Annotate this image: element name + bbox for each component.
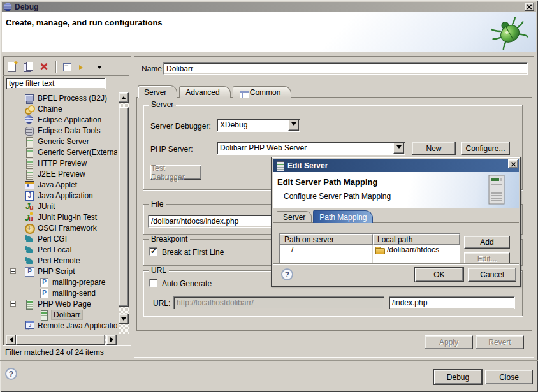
arrow-up-icon: [121, 94, 126, 99]
chevron-down-icon[interactable]: [393, 143, 404, 154]
apply-button[interactable]: Apply: [425, 335, 473, 349]
tree-item[interactable]: Eclipse Application: [5, 114, 117, 125]
dialog-help-icon[interactable]: ?: [281, 268, 293, 280]
duplicate-icon[interactable]: [22, 61, 34, 73]
collapse-expander-icon[interactable]: [10, 301, 16, 307]
column-local-path[interactable]: Local path: [373, 234, 460, 245]
add-mapping-button[interactable]: Add: [464, 236, 510, 249]
name-input[interactable]: [163, 62, 528, 75]
tree-item[interactable]: OSGi Framework: [5, 222, 117, 233]
scroll-left-button[interactable]: [6, 335, 16, 345]
tree-item-label: mailing-prepare: [51, 278, 106, 287]
tree-item-label: JUnit Plug-in Test: [36, 213, 98, 222]
revert-button[interactable]: Revert: [476, 335, 524, 349]
type-filter-input[interactable]: [6, 78, 106, 89]
tree-item[interactable]: Eclipse Data Tools: [5, 125, 117, 136]
config-tab[interactable]: Server: [138, 85, 177, 98]
tree-item[interactable]: Dolibarr: [5, 309, 117, 320]
tree-item[interactable]: Generic Server(External La: [5, 147, 117, 157]
server-debugger-select[interactable]: XDebug: [217, 119, 300, 132]
ok-button[interactable]: OK: [415, 268, 463, 282]
tree-item-label: Eclipse Data Tools: [36, 126, 102, 135]
tree-item[interactable]: mailing-send: [5, 287, 117, 298]
breakpoint-group-title: Breakpoint: [149, 235, 190, 243]
tree-item[interactable]: Perl Remote: [5, 255, 117, 266]
tree-item-label: Chaîne: [36, 105, 64, 113]
debug-window: Debug Create, manage, and run configurat…: [0, 0, 538, 392]
horizontal-scroll-thumb[interactable]: [16, 335, 105, 345]
dialog-tab[interactable]: Server: [277, 211, 312, 222]
tree-item-label: Generic Server: [36, 137, 91, 146]
tree-item[interactable]: Perl Local: [5, 244, 117, 255]
configure-server-button[interactable]: Configure...: [461, 142, 510, 155]
tree-horizontal-scrollbar[interactable]: [6, 335, 117, 345]
debug-button[interactable]: Debug: [434, 370, 482, 384]
tree-vertical-scrollbar[interactable]: [119, 92, 129, 334]
tree-item-label: Generic Server(External La: [36, 148, 117, 157]
restore-filter-icon[interactable]: [78, 61, 90, 73]
arrow-left-icon: [7, 337, 13, 342]
url-base-input[interactable]: [173, 296, 384, 309]
edit-mapping-button[interactable]: Edit...: [464, 252, 510, 263]
remote-java-icon: [24, 321, 34, 331]
tree-item-label: HTTP Preview: [36, 159, 88, 168]
tree-item-label: Perl Local: [36, 245, 73, 254]
tree-item[interactable]: JUnit: [5, 201, 117, 212]
test-debugger-button[interactable]: Test Debugger: [150, 165, 201, 180]
java-icon: [24, 191, 34, 201]
dialog-close-button[interactable]: [508, 159, 518, 168]
titlebar[interactable]: Debug: [2, 2, 536, 12]
tree-item[interactable]: J2EE Preview: [5, 168, 117, 179]
dialog-tab[interactable]: Path Mapping: [313, 210, 373, 223]
tree-item[interactable]: PHP Web Page: [5, 298, 117, 309]
menu-dropdown-icon[interactable]: [95, 61, 103, 73]
tree-item[interactable]: BPEL Process (B2J): [5, 92, 117, 103]
close-window-button[interactable]: [525, 3, 534, 11]
tree-item[interactable]: mailing-prepare: [5, 277, 117, 287]
dialog-titlebar[interactable]: Edit Server: [273, 159, 519, 172]
tree-item[interactable]: Java Applet: [5, 179, 117, 190]
perl-icon: [24, 234, 34, 244]
tree-item[interactable]: Perl CGI: [5, 233, 117, 244]
mapping-row[interactable]: / /dolibarr/htdocs: [280, 245, 460, 255]
bug-icon: [491, 17, 528, 52]
php-server-label: PHP Server:: [150, 145, 193, 154]
tree-item[interactable]: JUnit Plug-in Test: [5, 212, 117, 222]
php-server-select[interactable]: Dolibarr PHP Web Server: [217, 142, 405, 155]
chevron-down-icon[interactable]: [288, 120, 299, 131]
new-server-button[interactable]: New: [412, 142, 456, 155]
tree-item-label: Java Applet: [36, 180, 78, 189]
tree-item[interactable]: PHP Script: [5, 266, 117, 277]
vertical-scroll-thumb[interactable]: [119, 107, 129, 307]
tab-label: Server: [144, 88, 166, 97]
server-icon: [24, 147, 34, 157]
delete-icon[interactable]: [39, 61, 50, 73]
cancel-button[interactable]: Cancel: [468, 268, 516, 282]
config-tab[interactable]: Advanced: [179, 86, 230, 98]
tree-item[interactable]: Remote Java Application: [5, 320, 117, 331]
tree-item-label: BPEL Process (B2J): [36, 94, 108, 103]
mapping-table: Path on server Local path / /dolibarr/ht…: [279, 233, 460, 263]
scroll-right-button[interactable]: [106, 335, 117, 345]
help-icon[interactable]: ?: [5, 368, 17, 380]
close-button[interactable]: Close: [485, 370, 533, 384]
tab-label: Common: [250, 88, 281, 97]
tree-item-label: Remote Java Application: [36, 321, 117, 330]
config-tab[interactable]: Common: [233, 86, 292, 98]
scroll-up-button[interactable]: [119, 92, 129, 103]
bpel-icon: [24, 93, 34, 103]
tree-item[interactable]: HTTP Preview: [5, 157, 117, 168]
tree-item[interactable]: Java Application: [5, 190, 117, 201]
tree-item[interactable]: Generic Server: [5, 136, 117, 147]
scroll-down-button[interactable]: [119, 314, 129, 324]
column-path-on-server[interactable]: Path on server: [280, 234, 373, 245]
url-path-input[interactable]: [389, 296, 515, 309]
collapse-expander-icon[interactable]: [10, 268, 16, 274]
auto-generate-checkbox[interactable]: [149, 279, 157, 287]
arrow-down-icon: [121, 317, 126, 323]
collapse-all-icon[interactable]: [62, 61, 73, 73]
break-first-line-checkbox[interactable]: [149, 247, 157, 256]
tree-item[interactable]: Chaîne: [5, 103, 117, 114]
new-config-icon[interactable]: [6, 61, 17, 73]
configurations-panel: BPEL Process (B2J) Chaîne Eclipse Applic…: [3, 56, 131, 346]
